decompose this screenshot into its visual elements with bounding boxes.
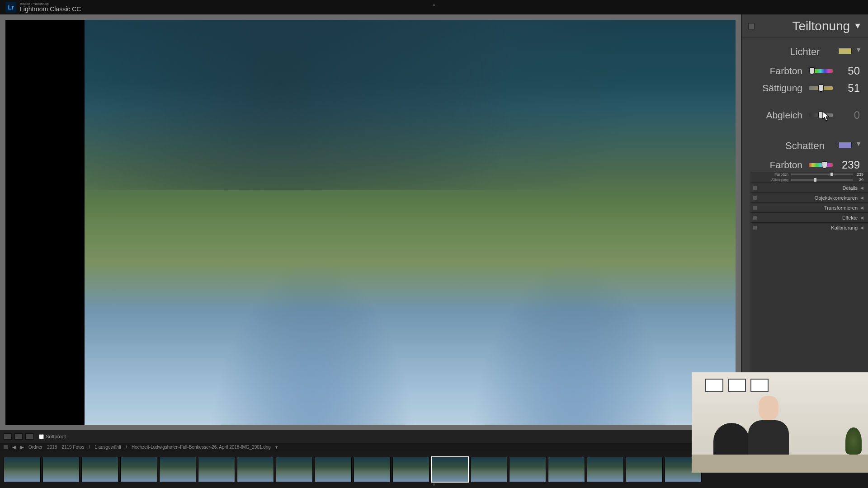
shadows-swatch[interactable] xyxy=(838,142,852,148)
thumbnail[interactable] xyxy=(4,457,41,482)
thumbnail[interactable] xyxy=(392,457,429,482)
thumbnail[interactable] xyxy=(431,457,468,482)
grid-view-icon[interactable] xyxy=(25,433,33,440)
panel-toggle-icon[interactable] xyxy=(748,23,755,29)
shadows-hue-label: Farbton xyxy=(750,160,809,170)
thumbnail[interactable] xyxy=(354,457,391,482)
thumbnail[interactable] xyxy=(159,457,196,482)
panel-header-details[interactable]: Details◀ xyxy=(750,183,868,192)
thumbnail[interactable] xyxy=(276,457,313,482)
thumbnail[interactable] xyxy=(198,457,235,482)
main-photo-preview xyxy=(85,20,736,425)
loupe-view-icon[interactable] xyxy=(4,433,12,440)
softproof-checkbox[interactable] xyxy=(39,434,44,439)
photo-count: 2119 Fotos xyxy=(61,445,84,450)
panel-header-transformieren[interactable]: Transformieren◀ xyxy=(750,202,868,212)
panel-header-objektivkorrekturen[interactable]: Objektivkorrekturen◀ xyxy=(750,192,868,202)
app-title: Lightroom Classic CC xyxy=(20,6,81,12)
app-logo: Lr xyxy=(5,2,16,13)
current-filename: Hochzeit-Ludwigshafen-Full-Benkesser-26.… xyxy=(132,445,271,450)
before-after-icon[interactable] xyxy=(14,433,23,440)
highlights-disclosure-icon[interactable]: ▼ xyxy=(855,46,862,53)
mini-hue-value[interactable]: 239 xyxy=(853,172,863,177)
highlights-sat-slider[interactable] xyxy=(809,86,833,90)
collapse-bottom-icon[interactable]: ▼ xyxy=(432,482,436,487)
thumbnail[interactable] xyxy=(120,457,157,482)
softproof-label: Softproof xyxy=(46,434,66,439)
highlights-section: Lichter ▼ xyxy=(742,38,868,62)
thumbnail[interactable] xyxy=(470,457,507,482)
shadows-disclosure-icon[interactable]: ▼ xyxy=(855,140,862,147)
panel-header-effekte[interactable]: Effekte◀ xyxy=(750,212,868,222)
highlights-hue-value[interactable]: 50 xyxy=(833,65,860,77)
balance-value[interactable]: 0 xyxy=(833,109,860,122)
thumbnail[interactable] xyxy=(315,457,352,482)
collapse-top-icon[interactable]: ▲ xyxy=(432,2,436,7)
panel-header-kalibrierung[interactable]: Kalibrierung◀ xyxy=(750,222,868,232)
second-monitor-icon[interactable] xyxy=(4,445,8,449)
thumbnail[interactable] xyxy=(42,457,80,482)
folder-year[interactable]: 2018 xyxy=(47,445,57,450)
mini-sat-value[interactable]: 39 xyxy=(853,178,863,182)
nav-back-icon[interactable]: ◀ xyxy=(12,445,16,450)
softproof-toggle[interactable]: Softproof xyxy=(39,434,66,439)
highlights-sat-value[interactable]: 51 xyxy=(833,82,860,94)
balance-slider[interactable] xyxy=(809,113,833,117)
balance-label: Abgleich xyxy=(750,110,809,121)
shadows-section: Schatten ▼ xyxy=(742,132,868,156)
mini-hue-label: Farbton xyxy=(764,172,791,177)
shadows-hue-slider[interactable] xyxy=(809,163,833,167)
panel-collapse-icon[interactable]: ▼ xyxy=(854,21,862,31)
thumbnail[interactable] xyxy=(587,457,624,482)
thumbnail[interactable] xyxy=(509,457,546,482)
image-viewport[interactable] xyxy=(0,14,741,430)
highlights-hue-slider[interactable] xyxy=(809,69,833,73)
selected-count: 1 ausgewählt xyxy=(94,445,121,450)
thumbnail[interactable] xyxy=(237,457,274,482)
nav-fwd-icon[interactable]: ▶ xyxy=(20,445,24,450)
highlights-swatch[interactable] xyxy=(838,48,852,54)
presenter-webcam-overlay xyxy=(692,372,868,473)
folder-label: Ordner xyxy=(28,445,42,450)
thumbnail[interactable] xyxy=(626,457,663,482)
shadows-hue-value[interactable]: 239 xyxy=(833,159,860,171)
mini-hue-slider[interactable] xyxy=(791,174,853,175)
mini-sat-label: Sättigung xyxy=(764,178,791,182)
thumbnail[interactable] xyxy=(548,457,585,482)
highlights-hue-label: Farbton xyxy=(750,66,809,76)
panel-title: Teiltonung xyxy=(793,19,850,33)
shadows-label: Schatten xyxy=(785,140,825,151)
mini-sat-slider[interactable] xyxy=(791,179,853,181)
thumbnail[interactable] xyxy=(81,457,118,482)
highlights-sat-label: Sättigung xyxy=(750,83,809,94)
highlights-label: Lichter xyxy=(790,46,820,57)
